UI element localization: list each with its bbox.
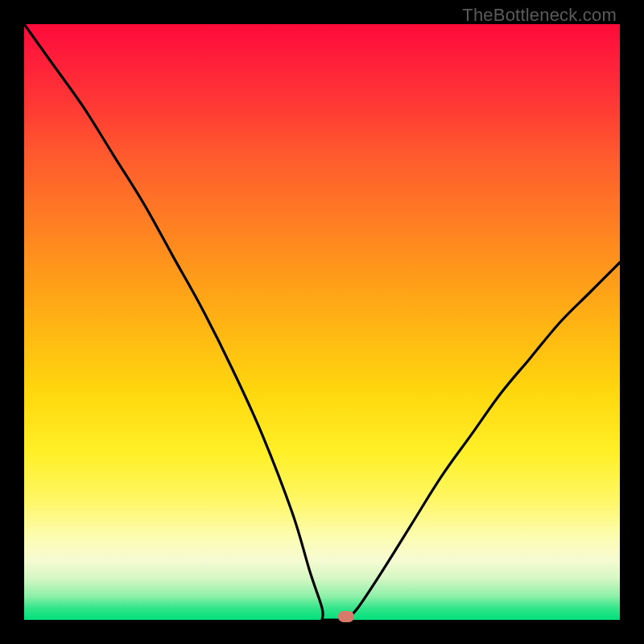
optimum-marker — [338, 611, 354, 622]
plot-area — [24, 24, 620, 620]
watermark-text: TheBottleneck.com — [462, 5, 617, 26]
chart-frame: TheBottleneck.com — [0, 0, 644, 644]
bottleneck-curve — [24, 24, 620, 621]
bottleneck-curve-svg — [24, 24, 620, 620]
